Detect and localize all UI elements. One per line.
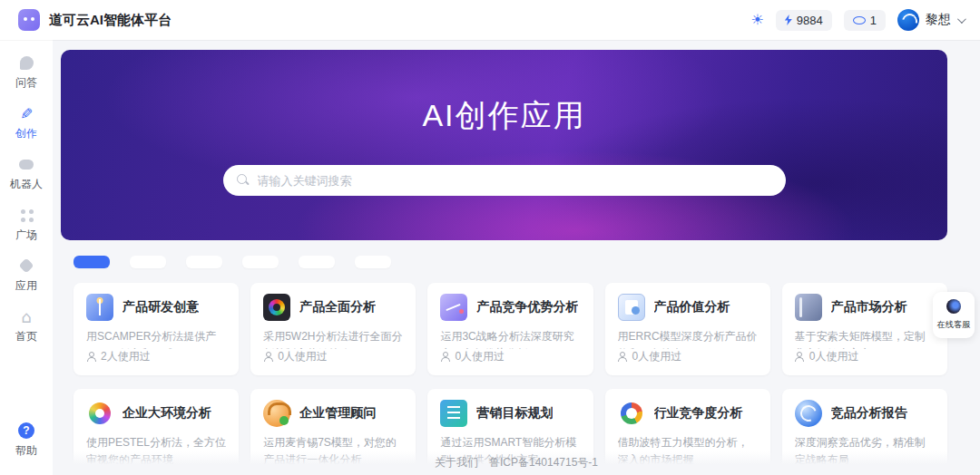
- card-description: 运用3C战略分析法深度研究产品竞争优势分析: [440, 328, 580, 349]
- card-description: 用ERRC模型深度分析产品价值和服务特点: [618, 328, 758, 349]
- app-card[interactable]: 产品研发创意 用SCAMPER分析法提供产品研发创意和灵感 2人使用过: [74, 283, 239, 375]
- card-head: 产品价值分析: [618, 294, 758, 321]
- sidebar-item[interactable]: 问答: [10, 54, 43, 91]
- grid-icon: [18, 207, 34, 223]
- app-card[interactable]: 产品价值分析 用ERRC模型深度分析产品价值和服务特点 0人使用过: [605, 283, 770, 375]
- lens-icon: [263, 294, 290, 321]
- service-camera-icon: [946, 299, 961, 314]
- page-title: AI创作应用: [422, 95, 585, 137]
- energy-badge[interactable]: 9884: [776, 10, 832, 31]
- card-usage: 0人使用过: [795, 349, 935, 364]
- app-card[interactable]: 产品全面分析 采用5W2H分析法进行全面分析并制定营销策略 0人使用过: [250, 283, 416, 375]
- app-title: 道可云AI智能体平台: [49, 12, 172, 29]
- notebook-icon: [795, 294, 822, 321]
- sidebar-item-label: 问答: [15, 75, 37, 91]
- card-head: 产品市场分析: [795, 294, 935, 321]
- sidebar-item-label: 首页: [15, 329, 37, 344]
- sidebar: 问答 创作 机器人 广场 应用 首页 ? 帮助: [0, 40, 53, 475]
- main-content: AI创作应用 产品研发创意 用SCAMPER分析法提供产品研发创意和灵感 2人使…: [53, 40, 980, 475]
- card-head: 企业管理顾问: [263, 400, 403, 427]
- app-icon: [18, 257, 34, 274]
- card-title: 竞品分析报告: [831, 405, 907, 422]
- palette-icon: [86, 400, 113, 427]
- card-head: 竞品分析报告: [795, 400, 935, 427]
- card-usage: 0人使用过: [618, 349, 758, 364]
- card-title: 产品竞争优势分析: [476, 299, 578, 315]
- search-bar: [223, 165, 786, 196]
- sidebar-nav: 问答 创作 机器人 广场 应用 首页: [10, 54, 43, 359]
- pen-icon: [18, 105, 34, 121]
- filter-tabs: [61, 256, 947, 268]
- online-service-label: 在线客服: [937, 319, 971, 331]
- sidebar-item-label: 创作: [15, 126, 37, 141]
- sidebar-item-label: 应用: [15, 278, 37, 294]
- message-badge[interactable]: 1: [844, 10, 886, 31]
- sidebar-item[interactable]: 机器人: [10, 156, 43, 192]
- card-usage: 0人使用过: [263, 349, 403, 364]
- search-icon: [237, 174, 250, 187]
- usage-count: 0人使用过: [809, 349, 859, 364]
- filter-tab[interactable]: [242, 256, 279, 268]
- robot-icon: [18, 156, 34, 172]
- icp-link[interactable]: 鲁ICP备14014715号-1: [489, 455, 598, 470]
- chevron-down-icon: [957, 15, 966, 24]
- sidebar-item[interactable]: 创作: [10, 105, 43, 141]
- brand: 道可云AI智能体平台: [18, 9, 172, 31]
- card-title: 产品研发创意: [122, 299, 199, 315]
- sidebar-item[interactable]: 广场: [10, 207, 43, 243]
- user-count-icon: [618, 352, 628, 362]
- cloud-icon: [853, 16, 866, 24]
- sidebar-item-label: 帮助: [15, 443, 37, 459]
- sidebar-item[interactable]: 应用: [10, 257, 43, 294]
- card-title: 产品价值分析: [654, 299, 730, 315]
- user-menu[interactable]: 黎想: [897, 9, 964, 31]
- filter-tab[interactable]: [186, 256, 222, 268]
- filter-tab[interactable]: [130, 256, 166, 268]
- usage-count: 2人使用过: [101, 349, 151, 364]
- sidebar-item[interactable]: 首页: [10, 308, 43, 344]
- card-title: 产品全面分析: [299, 299, 376, 315]
- username: 黎想: [926, 12, 951, 28]
- filter-tab[interactable]: [74, 256, 110, 268]
- help-icon: ?: [18, 422, 34, 439]
- sidebar-item-help[interactable]: ? 帮助: [0, 422, 53, 459]
- usage-count: 0人使用过: [632, 349, 682, 364]
- doc-icon: [440, 400, 467, 427]
- board-icon: [440, 294, 467, 321]
- top-header: 道可云AI智能体平台 ☀ 9884 1 黎想: [0, 0, 980, 40]
- chat-icon: [18, 54, 34, 71]
- robot-logo-icon: [18, 9, 40, 31]
- cards-grid: 产品研发创意 用SCAMPER分析法提供产品研发创意和灵感 2人使用过 产品全面…: [61, 283, 947, 475]
- donut-icon: [618, 400, 645, 427]
- filter-tab[interactable]: [355, 256, 391, 268]
- page-footer: 关于我们 鲁ICP备14014715号-1: [53, 451, 980, 475]
- user-count-icon: [440, 352, 450, 362]
- app-card[interactable]: 产品市场分析 基于安索夫矩阵模型，定制化市场推广方案 0人使用过: [782, 283, 947, 375]
- usage-count: 0人使用过: [278, 349, 328, 364]
- energy-count: 9884: [797, 14, 823, 27]
- card-head: 行业竞争度分析: [618, 400, 758, 427]
- online-service-button[interactable]: 在线客服: [933, 292, 975, 338]
- card-title: 企业管理顾问: [299, 405, 376, 422]
- sidebar-item-label: 机器人: [10, 177, 43, 192]
- user-count-icon: [795, 352, 805, 362]
- card-title: 营销目标规划: [476, 405, 553, 422]
- header-right: ☀ 9884 1 黎想: [751, 9, 965, 31]
- search-input[interactable]: [223, 165, 786, 196]
- home-icon: [18, 308, 34, 325]
- card-title: 企业大环境分析: [122, 405, 211, 422]
- card-title: 行业竞争度分析: [654, 405, 743, 422]
- card-usage: 0人使用过: [440, 349, 580, 364]
- about-link[interactable]: 关于我们: [435, 455, 478, 470]
- filter-tab[interactable]: [299, 256, 335, 268]
- app-card[interactable]: 产品竞争优势分析 运用3C战略分析法深度研究产品竞争优势分析 0人使用过: [427, 283, 593, 375]
- hero-banner: AI创作应用: [61, 50, 947, 240]
- theme-sun-icon[interactable]: ☀: [751, 13, 764, 27]
- user-count-icon: [263, 352, 273, 362]
- swirl-icon: [795, 400, 822, 427]
- lightning-icon: [785, 15, 792, 25]
- clipboard-icon: [618, 294, 645, 321]
- card-description: 基于安索夫矩阵模型，定制化市场推广方案: [795, 328, 935, 349]
- card-head: 产品研发创意: [86, 294, 226, 321]
- card-description: 采用5W2H分析法进行全面分析并制定营销策略: [263, 328, 403, 349]
